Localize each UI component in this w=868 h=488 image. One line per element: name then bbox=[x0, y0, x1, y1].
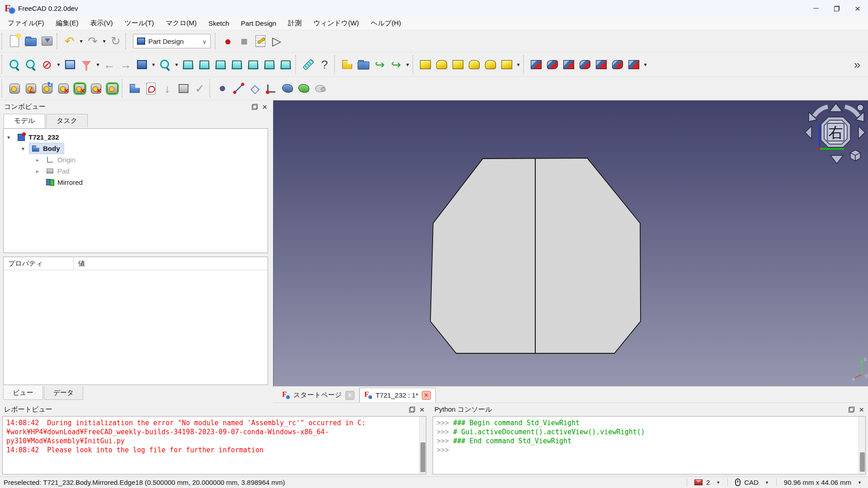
close-panel-icon[interactable] bbox=[262, 103, 267, 111]
measure-linear-button[interactable] bbox=[6, 80, 23, 97]
view-right-button[interactable] bbox=[229, 56, 245, 73]
nav-back-button[interactable]: ← bbox=[101, 56, 118, 73]
toolbar-overflow-button[interactable]: » bbox=[849, 56, 865, 73]
refresh-button[interactable]: ↻ bbox=[108, 33, 124, 50]
create-line-button[interactable] bbox=[231, 80, 247, 97]
collapsed-chevron-icon[interactable] bbox=[36, 168, 44, 174]
box-selection-button[interactable] bbox=[62, 56, 78, 73]
toolbar-drag-handle[interactable] bbox=[1, 33, 5, 49]
close-tab-icon[interactable] bbox=[345, 391, 354, 400]
measure-refresh-button[interactable] bbox=[39, 80, 55, 97]
nav-forward-button[interactable]: → bbox=[118, 56, 134, 73]
additive-loft-button[interactable] bbox=[450, 56, 466, 73]
measure-toggle-all-button[interactable] bbox=[71, 80, 88, 97]
fit-selection-button[interactable] bbox=[23, 56, 39, 73]
menu-item[interactable]: 表示(V) bbox=[85, 17, 119, 30]
create-polygon-button[interactable]: ◇ bbox=[247, 80, 263, 97]
isometric-mini-cube-icon[interactable] bbox=[850, 150, 860, 161]
minimize-button[interactable] bbox=[806, 0, 826, 17]
combo-view-title-bar[interactable]: コンボビュー bbox=[0, 100, 271, 113]
view-axonometric-button[interactable] bbox=[180, 56, 196, 73]
float-panel-icon[interactable] bbox=[252, 104, 258, 110]
new-file-button[interactable] bbox=[6, 33, 23, 50]
toolbar-drag-handle[interactable] bbox=[295, 55, 299, 74]
section-cut-dropdown[interactable]: ▾ bbox=[94, 56, 101, 73]
view-rear-button[interactable] bbox=[245, 56, 261, 73]
measure-button[interactable] bbox=[300, 56, 316, 73]
pad-button[interactable] bbox=[417, 56, 434, 73]
zoom-button[interactable] bbox=[157, 56, 173, 73]
additive-primitive-button[interactable] bbox=[499, 56, 515, 73]
create-group-button[interactable] bbox=[355, 56, 372, 73]
restore-button[interactable] bbox=[826, 0, 847, 17]
toolbar-drag-handle[interactable] bbox=[334, 55, 338, 74]
redo-dropdown[interactable]: ▾ bbox=[101, 33, 108, 50]
measure-toggle-delta-button[interactable] bbox=[104, 80, 120, 97]
macro-edit-button[interactable] bbox=[252, 33, 269, 50]
nav-sphere-icon[interactable] bbox=[857, 104, 863, 111]
tab-model[interactable]: モデル bbox=[4, 114, 45, 128]
report-scrollbar[interactable] bbox=[419, 417, 426, 474]
expand-chevron-icon[interactable] bbox=[7, 134, 15, 141]
macro-stop-button[interactable]: ■ bbox=[236, 33, 252, 50]
import-sketch-button[interactable]: ↓ bbox=[159, 80, 175, 97]
subtractive-helix-button[interactable] bbox=[609, 56, 626, 73]
measure-toggle-angular-button[interactable] bbox=[88, 80, 104, 97]
tab-document-t721-232[interactable]: T721_232 : 1* bbox=[359, 388, 436, 403]
make-link-button[interactable]: ↪ bbox=[372, 56, 388, 73]
macro-record-button[interactable]: ● bbox=[220, 33, 236, 50]
python-console-title-bar[interactable]: Python コンソール bbox=[430, 403, 868, 416]
create-coordinate-button[interactable] bbox=[263, 80, 279, 97]
groove-button[interactable] bbox=[561, 56, 577, 73]
pocket-button[interactable] bbox=[528, 56, 544, 73]
measure-angular-button[interactable] bbox=[23, 80, 39, 97]
revolution-button[interactable] bbox=[434, 56, 450, 73]
menu-item[interactable]: 編集(E) bbox=[50, 17, 85, 30]
create-point-button[interactable] bbox=[214, 80, 231, 97]
subtractive-primitive-dropdown[interactable]: ▾ bbox=[642, 56, 649, 73]
notifications-dropdown[interactable]: 2 bbox=[692, 479, 723, 486]
additive-primitive-dropdown[interactable]: ▾ bbox=[515, 56, 522, 73]
toolbar-drag-handle[interactable] bbox=[412, 55, 416, 74]
python-console-scrollbar[interactable] bbox=[859, 417, 865, 474]
tab-view-properties[interactable]: ビュー bbox=[3, 386, 43, 400]
make-sublink-dropdown[interactable]: ▾ bbox=[404, 56, 411, 73]
nav-cube-face-label[interactable]: 右 bbox=[829, 124, 843, 141]
open-file-button[interactable] bbox=[23, 33, 39, 50]
menu-item[interactable]: ファイル(F) bbox=[2, 17, 50, 30]
toolbar-drag-handle[interactable] bbox=[125, 33, 129, 49]
create-body-button[interactable] bbox=[339, 56, 355, 73]
view-top-button[interactable] bbox=[212, 56, 229, 73]
float-panel-icon[interactable] bbox=[849, 407, 854, 413]
whats-this-button[interactable]: ? bbox=[316, 56, 333, 73]
surface-green-button[interactable] bbox=[296, 80, 312, 97]
map-sketch-button[interactable] bbox=[175, 80, 192, 97]
collapsed-chevron-icon[interactable] bbox=[36, 157, 44, 163]
toolbar-drag-handle[interactable] bbox=[215, 33, 218, 49]
section-cut-button[interactable] bbox=[78, 56, 94, 73]
view-bottom-button[interactable] bbox=[261, 56, 278, 73]
menu-item[interactable]: マクロ(M) bbox=[160, 17, 203, 30]
close-panel-icon[interactable] bbox=[859, 405, 864, 414]
report-view-title-bar[interactable]: レポートビュー bbox=[0, 403, 429, 416]
zoom-dropdown[interactable]: ▾ bbox=[173, 56, 180, 73]
make-sublink-button[interactable]: ↪ bbox=[388, 56, 404, 73]
fit-all-button[interactable] bbox=[6, 56, 23, 73]
view-front-button[interactable] bbox=[196, 56, 212, 73]
macro-run-button[interactable]: ▷ bbox=[269, 33, 285, 50]
menu-item[interactable]: 計測 bbox=[282, 17, 307, 30]
subtractive-pipe-button[interactable] bbox=[593, 56, 609, 73]
toolbar-drag-handle[interactable] bbox=[523, 55, 527, 74]
shapebinder-button[interactable] bbox=[127, 80, 143, 97]
redo-button[interactable]: ↷ bbox=[85, 33, 101, 50]
close-tab-icon[interactable] bbox=[422, 391, 431, 400]
save-button[interactable] bbox=[39, 33, 55, 50]
validate-sketch-button[interactable]: ✓ bbox=[192, 80, 208, 97]
toolbar-drag-handle[interactable] bbox=[209, 80, 213, 97]
close-button[interactable] bbox=[847, 0, 868, 17]
hole-button[interactable] bbox=[544, 56, 561, 73]
3d-viewport[interactable]: 右 z x y bbox=[273, 100, 868, 386]
tree-item-pad[interactable]: Pad bbox=[4, 165, 268, 177]
measure-clear-button[interactable] bbox=[55, 80, 71, 97]
close-panel-icon[interactable] bbox=[420, 405, 425, 414]
